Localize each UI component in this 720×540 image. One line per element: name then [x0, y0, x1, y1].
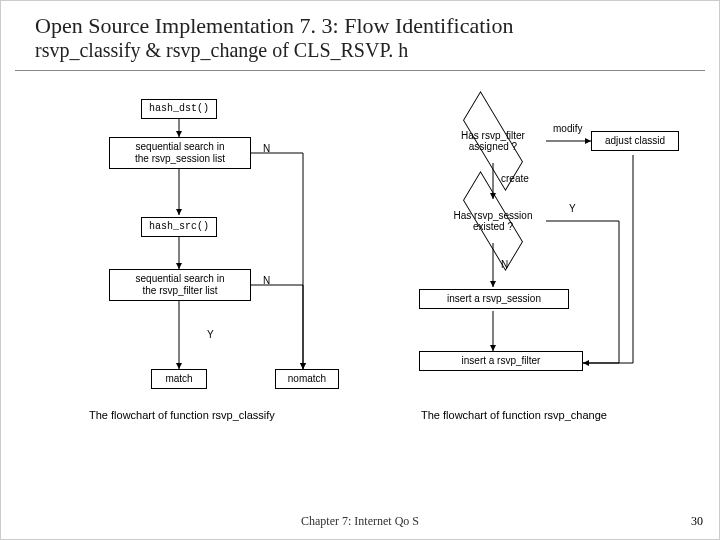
box-adjust-classid: adjust classid [591, 131, 679, 151]
label-session-n: N [263, 143, 270, 154]
title-line-1: Open Source Implementation 7. 3: Flow Id… [35, 13, 685, 39]
slide-title: Open Source Implementation 7. 3: Flow Id… [15, 1, 705, 71]
box-insert-session: insert a rsvp_session [419, 289, 569, 309]
label-left-y: Y [207, 329, 214, 340]
search-session-line1: sequential search in [114, 141, 246, 153]
search-session-line2: the rsvp_session list [114, 153, 246, 165]
label-session-y: Y [569, 203, 576, 214]
box-nomatch: nomatch [275, 369, 339, 389]
title-line-2: rsvp_classify & rsvp_change of CLS_RSVP.… [35, 39, 685, 62]
box-hash-src: hash_src() [141, 217, 217, 237]
box-search-filter: sequential search in the rsvp_filter lis… [109, 269, 251, 301]
label-session-n: N [501, 259, 508, 270]
search-filter-line2: the rsvp_filter list [114, 285, 246, 297]
box-hash-dst: hash_dst() [141, 99, 217, 119]
label-create: create [501, 173, 529, 184]
box-match: match [151, 369, 207, 389]
caption-right: The flowchart of function rsvp_change [421, 409, 607, 421]
page-number: 30 [691, 514, 703, 529]
caption-left: The flowchart of function rsvp_classify [89, 409, 275, 421]
box-search-session: sequential search in the rsvp_session li… [109, 137, 251, 169]
diamond-filter-assigned: Has rsvp_filter assigned ? [438, 119, 548, 163]
label-modify: modify [553, 123, 582, 134]
label-filter-n: N [263, 275, 270, 286]
diagram-canvas: hash_dst() sequential search in the rsvp… [1, 71, 720, 491]
diamond-session-existed: Has rsvp_session existed ? [438, 199, 548, 243]
footer-chapter: Chapter 7: Internet Qo S [1, 514, 719, 529]
box-insert-filter: insert a rsvp_filter [419, 351, 583, 371]
search-filter-line1: sequential search in [114, 273, 246, 285]
